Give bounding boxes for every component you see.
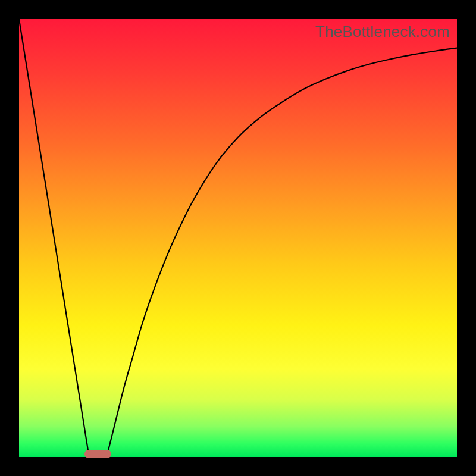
plot-area: TheBottleneck.com	[19, 19, 457, 457]
chart-frame: TheBottleneck.com	[0, 0, 476, 476]
curve-layer	[19, 19, 457, 457]
right-curve-line	[107, 48, 457, 457]
valley-mark	[84, 450, 111, 458]
left-descent-line	[19, 19, 89, 457]
